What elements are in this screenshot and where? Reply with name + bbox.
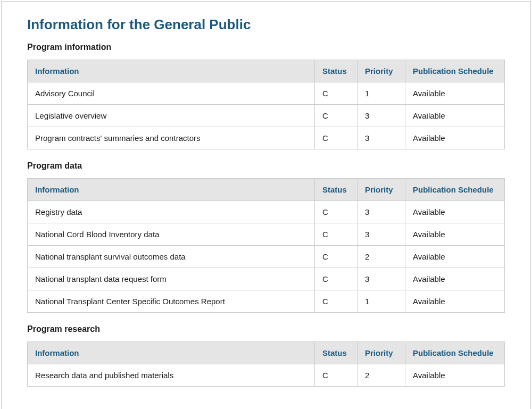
cell-priority: 2 bbox=[358, 364, 405, 387]
column-header-info: Information bbox=[28, 60, 315, 82]
cell-priority: 3 bbox=[358, 105, 405, 127]
cell-pub: Available bbox=[405, 223, 505, 246]
cell-status: C bbox=[315, 105, 358, 127]
column-header-status: Status bbox=[315, 60, 358, 82]
cell-priority: 1 bbox=[358, 290, 405, 313]
column-header-status: Status bbox=[315, 179, 358, 201]
table-row: National Cord Blood Inventory dataC3Avai… bbox=[28, 223, 505, 246]
cell-info: Legislative overview bbox=[28, 105, 315, 127]
cell-priority: 2 bbox=[358, 246, 405, 268]
cell-status: C bbox=[315, 364, 358, 387]
table-row: Legislative overviewC3Available bbox=[28, 105, 505, 127]
table-row: National Transplant Center Specific Outc… bbox=[28, 290, 505, 313]
data-table: InformationStatusPriorityPublication Sch… bbox=[27, 341, 505, 387]
section-heading: Program research bbox=[27, 324, 505, 334]
cell-pub: Available bbox=[405, 127, 505, 149]
cell-status: C bbox=[315, 201, 358, 223]
cell-pub: Available bbox=[405, 82, 505, 105]
data-table: InformationStatusPriorityPublication Sch… bbox=[27, 60, 505, 149]
table-row: Registry dataC3Available bbox=[28, 201, 505, 223]
cell-status: C bbox=[315, 246, 358, 268]
cell-pub: Available bbox=[405, 246, 505, 268]
section-heading: Program data bbox=[27, 161, 505, 171]
cell-info: National transplant data request form bbox=[28, 268, 315, 290]
column-header-priority: Priority bbox=[358, 342, 405, 364]
table-row: Research data and published materialsC2A… bbox=[28, 364, 505, 387]
document-container: Information for the General Public Progr… bbox=[1, 1, 531, 409]
column-header-pub: Publication Schedule bbox=[405, 60, 505, 82]
cell-status: C bbox=[315, 268, 358, 290]
table-header-row: InformationStatusPriorityPublication Sch… bbox=[28, 179, 505, 201]
cell-info: Registry data bbox=[28, 201, 315, 223]
cell-priority: 3 bbox=[358, 223, 405, 246]
table-row: Program contracts' summaries and contrac… bbox=[28, 127, 505, 149]
sections-wrapper: Program informationInformationStatusPrio… bbox=[27, 43, 505, 387]
column-header-priority: Priority bbox=[358, 179, 405, 201]
cell-status: C bbox=[315, 223, 358, 246]
cell-priority: 3 bbox=[358, 201, 405, 223]
cell-pub: Available bbox=[405, 201, 505, 223]
cell-pub: Available bbox=[405, 268, 505, 290]
column-header-pub: Publication Schedule bbox=[405, 342, 505, 364]
cell-status: C bbox=[315, 290, 358, 313]
table-row: National transplant survival outcomes da… bbox=[28, 246, 505, 268]
cell-info: National Transplant Center Specific Outc… bbox=[28, 290, 315, 313]
cell-pub: Available bbox=[405, 105, 505, 127]
table-row: National transplant data request formC3A… bbox=[28, 268, 505, 290]
cell-info: National Cord Blood Inventory data bbox=[28, 223, 315, 246]
cell-info: Research data and published materials bbox=[28, 364, 315, 387]
data-table: InformationStatusPriorityPublication Sch… bbox=[27, 178, 505, 313]
column-header-info: Information bbox=[28, 179, 315, 201]
cell-priority: 1 bbox=[358, 82, 405, 105]
column-header-status: Status bbox=[315, 342, 358, 364]
cell-priority: 3 bbox=[358, 127, 405, 149]
table-header-row: InformationStatusPriorityPublication Sch… bbox=[28, 342, 505, 364]
section-heading: Program information bbox=[27, 43, 505, 52]
table-header-row: InformationStatusPriorityPublication Sch… bbox=[28, 60, 505, 82]
column-header-priority: Priority bbox=[358, 60, 405, 82]
cell-info: Advisory Council bbox=[28, 82, 315, 105]
cell-status: C bbox=[315, 127, 358, 149]
page-title: Information for the General Public bbox=[27, 16, 505, 33]
cell-pub: Available bbox=[405, 290, 505, 313]
cell-priority: 3 bbox=[358, 268, 405, 290]
cell-status: C bbox=[315, 82, 358, 105]
cell-pub: Available bbox=[405, 364, 505, 387]
column-header-pub: Publication Schedule bbox=[405, 179, 505, 201]
cell-info: Program contracts' summaries and contrac… bbox=[28, 127, 315, 149]
column-header-info: Information bbox=[28, 342, 315, 364]
table-row: Advisory CouncilC1Available bbox=[28, 82, 505, 105]
cell-info: National transplant survival outcomes da… bbox=[28, 246, 315, 268]
